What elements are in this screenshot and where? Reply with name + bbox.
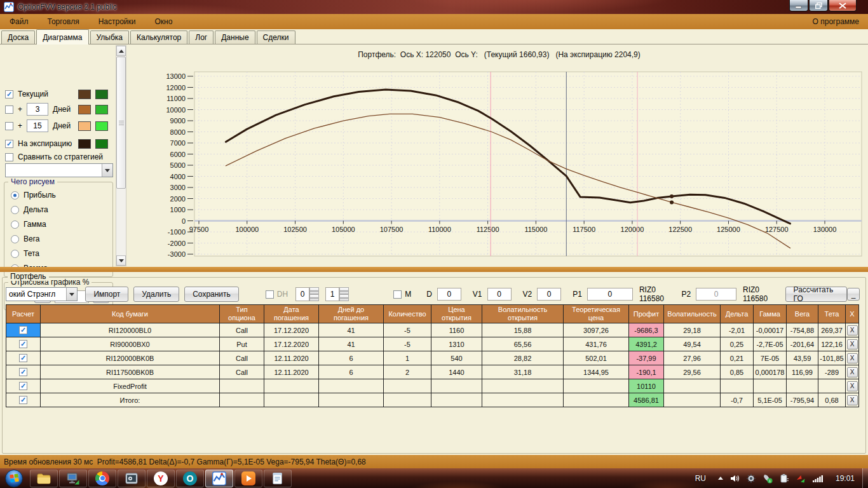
portfolio-select[interactable]: окий Стрэнгл bbox=[6, 287, 78, 301]
strategy-select-arrow[interactable] bbox=[102, 164, 112, 177]
spin-down-icon[interactable] bbox=[339, 294, 349, 301]
taskbar-chrome[interactable] bbox=[88, 470, 116, 487]
field-P1[interactable]: 0 bbox=[587, 288, 633, 301]
table-cell: -190,1 bbox=[629, 365, 664, 379]
taskbar-optionfvv[interactable] bbox=[205, 470, 233, 487]
series-checkbox[interactable]: ✓ bbox=[5, 140, 13, 148]
menu-item-2[interactable]: Настройки bbox=[89, 15, 146, 29]
row-checkbox[interactable]: ✓ bbox=[19, 326, 27, 334]
dh-checkbox[interactable] bbox=[266, 290, 274, 299]
tab-4[interactable]: Лог bbox=[189, 30, 214, 44]
clock[interactable]: 19:01 bbox=[836, 474, 855, 483]
column-header: Дельта bbox=[721, 305, 754, 323]
m-checkbox[interactable] bbox=[393, 290, 402, 299]
network-activity-icon[interactable] bbox=[796, 473, 806, 484]
row-select-cell[interactable]: ✓ bbox=[6, 393, 41, 407]
menu-about[interactable]: О программе bbox=[804, 15, 868, 29]
row-select-cell[interactable]: ✓ bbox=[6, 337, 41, 351]
clipboard-icon[interactable] bbox=[779, 473, 789, 484]
language-indicator[interactable]: RU bbox=[695, 474, 706, 483]
row-delete-button[interactable]: X bbox=[847, 339, 858, 349]
start-button[interactable] bbox=[5, 470, 23, 487]
row-checkbox[interactable]: ✓ bbox=[19, 382, 27, 390]
row-delete-button[interactable]: X bbox=[847, 325, 858, 336]
tab-3[interactable]: Калькулятор bbox=[130, 30, 187, 44]
radio-option-2[interactable]: Гамма bbox=[11, 220, 112, 229]
row-select-cell[interactable]: ✓ bbox=[6, 351, 41, 365]
taskbar-notepad[interactable] bbox=[264, 470, 292, 487]
dh-spinner-1[interactable]: 0 bbox=[295, 287, 319, 301]
antivirus-icon[interactable] bbox=[746, 473, 756, 484]
row-delete-button[interactable]: X bbox=[847, 367, 858, 377]
spin-up-icon[interactable] bbox=[339, 287, 349, 294]
series-checkbox[interactable]: ✓ bbox=[5, 90, 13, 98]
taskbar-media-player-orange[interactable] bbox=[234, 470, 262, 487]
minimize-button[interactable] bbox=[789, 0, 808, 11]
series-checkbox[interactable] bbox=[5, 105, 13, 114]
row-delete-button[interactable]: X bbox=[847, 353, 858, 363]
horizontal-splitter[interactable] bbox=[0, 267, 868, 272]
days-input[interactable]: 15 bbox=[27, 119, 48, 132]
row-delete-button[interactable]: X bbox=[847, 381, 858, 391]
restore-button[interactable] bbox=[809, 0, 828, 11]
dh-spinner-2[interactable]: 1 bbox=[325, 287, 349, 301]
scroll-up-button[interactable] bbox=[116, 46, 126, 56]
row-select-cell[interactable]: ✓ bbox=[6, 379, 41, 393]
field-V2[interactable]: 0 bbox=[537, 288, 561, 301]
row-checkbox[interactable]: ✓ bbox=[19, 354, 27, 362]
volume-icon[interactable] bbox=[729, 473, 740, 484]
table-cell bbox=[431, 379, 482, 393]
row-checkbox[interactable]: ✓ bbox=[19, 396, 27, 404]
tab-1[interactable]: Диаграмма bbox=[36, 29, 88, 44]
collapse-button[interactable]: _ bbox=[847, 288, 860, 301]
series-toggle-row: +15Дней bbox=[5, 119, 114, 132]
spin-up-icon[interactable] bbox=[309, 287, 319, 294]
row-checkbox[interactable]: ✓ bbox=[19, 340, 27, 348]
taskbar-yandex-browser[interactable]: Y bbox=[147, 470, 175, 487]
radio-option-3[interactable]: Вега bbox=[11, 234, 112, 243]
radio-option-1[interactable]: Дельта bbox=[11, 205, 112, 214]
tab-2[interactable]: Улыбка bbox=[90, 30, 130, 44]
row-checkbox[interactable]: ✓ bbox=[19, 368, 27, 376]
import-button[interactable]: Импорт bbox=[85, 287, 128, 302]
scroll-down-button[interactable] bbox=[116, 255, 126, 266]
strategy-select[interactable] bbox=[5, 163, 113, 177]
series-checkbox[interactable] bbox=[5, 122, 13, 130]
delete-button[interactable]: Удалить bbox=[133, 287, 179, 302]
show-desktop-button[interactable] bbox=[862, 468, 868, 488]
menu-bar: ФайлТорговляНастройкиОкно О программе bbox=[0, 14, 868, 29]
scrollbar-thumb[interactable] bbox=[116, 57, 126, 189]
tab-6[interactable]: Сделки bbox=[257, 30, 295, 44]
taskbar-explorer[interactable] bbox=[30, 470, 58, 487]
close-button[interactable] bbox=[829, 0, 857, 11]
signal-strength-icon[interactable] bbox=[812, 474, 824, 483]
menu-item-3[interactable]: Окно bbox=[146, 15, 182, 29]
row-select-cell[interactable]: ✓ bbox=[6, 323, 41, 337]
menu-item-0[interactable]: Файл bbox=[0, 15, 38, 29]
tab-5[interactable]: Данные bbox=[215, 30, 255, 44]
radio-option-4[interactable]: Тета bbox=[11, 249, 112, 258]
row-delete-button[interactable]: X bbox=[847, 395, 858, 405]
field-V1[interactable]: 0 bbox=[487, 288, 512, 301]
field-D[interactable]: 0 bbox=[437, 288, 461, 301]
portfolio-select-arrow[interactable] bbox=[66, 288, 77, 301]
table-cell: 5,1E-05 bbox=[754, 393, 787, 407]
p2-field[interactable]: 0 bbox=[696, 288, 736, 301]
radio-option-0[interactable]: Прибыль bbox=[11, 191, 112, 200]
panel-scrollbar[interactable] bbox=[116, 45, 126, 266]
tab-0[interactable]: Доска bbox=[1, 30, 35, 44]
taskbar-remote-desktop[interactable] bbox=[59, 470, 87, 487]
save-button[interactable]: Сохранить bbox=[184, 287, 239, 302]
taskbar-opera[interactable]: O bbox=[176, 470, 204, 487]
taskbar-media-player-classic[interactable] bbox=[118, 470, 146, 487]
compare-strategy-row[interactable]: Сравнить со стратегией bbox=[5, 152, 103, 161]
phone-status-icon[interactable]: 1 bbox=[763, 473, 773, 484]
days-input[interactable]: 3 bbox=[27, 103, 48, 116]
profit-chart[interactable]: 1300012000110001000090008000700060005000… bbox=[130, 44, 868, 268]
tray-expand-icon[interactable] bbox=[718, 477, 723, 480]
compare-checkbox[interactable] bbox=[5, 153, 13, 161]
calc-go-button[interactable]: Рассчитать ГО bbox=[785, 287, 848, 302]
spin-down-icon[interactable] bbox=[309, 294, 319, 301]
row-select-cell[interactable]: ✓ bbox=[6, 365, 41, 379]
menu-item-1[interactable]: Торговля bbox=[38, 15, 89, 29]
